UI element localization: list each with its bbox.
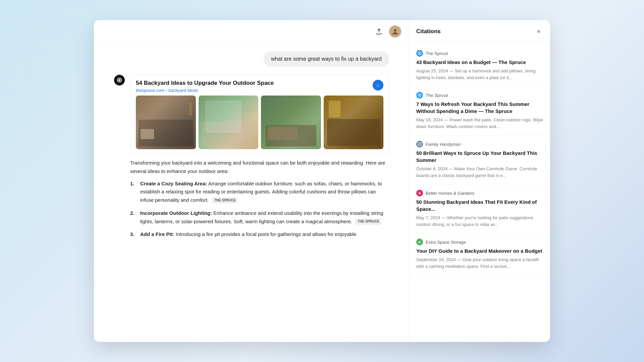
- app-window: what are some great ways to fix up a bac…: [94, 20, 550, 342]
- list-label-3: Add a Fire Pit:: [140, 231, 174, 237]
- response-list: 1. Create a Cozy Seating Area: Arrange c…: [130, 180, 389, 239]
- source-name-2: The Spruce: [426, 93, 448, 98]
- svg-point-0: [394, 29, 396, 32]
- citation-snippet-1: August 25, 2024 — Set up a hammock and a…: [416, 68, 543, 81]
- spruce-icon-2: [418, 93, 422, 97]
- bookmark-button[interactable]: ⌂: [373, 80, 383, 90]
- ai-icon: [114, 75, 125, 85]
- spruce-icon-1: [418, 51, 422, 55]
- user-bubble: what are some great ways to fix up a bac…: [264, 51, 389, 67]
- main-panel: what are some great ways to fix up a bac…: [94, 20, 409, 342]
- result-image-2: [199, 96, 259, 149]
- close-citations-button[interactable]: ×: [534, 27, 543, 36]
- citation-snippet-3: October 6, 2024 — Make Your Own Cornhole…: [416, 166, 543, 179]
- source-name-4: Better Homes & Gardens: [426, 191, 474, 196]
- avatar-icon: [391, 28, 399, 35]
- source-name-3: Family Handyman: [426, 142, 461, 147]
- source-name-5: Extra Space Storage: [426, 240, 466, 245]
- source-icon-2: [416, 92, 423, 99]
- source-icon-1: [416, 50, 423, 57]
- user-message-text: what are some great ways to fix up a bac…: [271, 56, 382, 62]
- breadcrumb-section[interactable]: backyard ideas: [169, 88, 198, 93]
- citation-snippet-4: May 7, 2024 — Whether you're looking for…: [416, 215, 543, 228]
- result-card: 54 Backyard Ideas to Upgrade Your Outdoo…: [130, 75, 389, 154]
- citation-source-2: The Spruce: [416, 92, 543, 99]
- list-number-1: 1.: [130, 180, 138, 188]
- upload-button[interactable]: [373, 25, 385, 38]
- result-card-breadcrumb: thespruce.com › backyard ideas: [136, 88, 274, 93]
- citation-item-1[interactable]: The Spruce 43 Backyard Ideas on a Budget…: [410, 45, 550, 86]
- bookmark-icon: ⌂: [377, 82, 379, 88]
- list-item-3: 3. Add a Fire Pit: Introducing a fire pi…: [130, 230, 389, 239]
- result-images: [130, 96, 389, 153]
- svg-point-2: [419, 53, 420, 54]
- ai-response: 54 Backyard Ideas to Upgrade Your Outdoo…: [114, 75, 389, 243]
- list-label-1: Create a Cozy Seating Area:: [140, 181, 207, 186]
- citations-title: Citations: [416, 28, 441, 35]
- breadcrumb-site[interactable]: thespruce.com: [136, 88, 164, 93]
- citation-badge-2[interactable]: THE SPRUCE: [356, 219, 381, 225]
- citation-source-1: The Spruce: [416, 50, 543, 57]
- response-intro: Transforming your backyard into a welcom…: [130, 159, 389, 180]
- citation-title-2: 7 Ways to Refresh Your Backyard This Sum…: [416, 101, 543, 115]
- chat-content: what are some great ways to fix up a bac…: [94, 43, 409, 342]
- source-icon-5: ES: [416, 239, 423, 245]
- source-icon-3: [416, 141, 423, 147]
- citations-header: Citations ×: [410, 20, 550, 42]
- citation-item-4[interactable]: B Better Homes & Gardens 50 Stunning Bac…: [410, 184, 550, 233]
- list-body-2: Incorporate Outdoor Lighting: Enhance am…: [140, 209, 389, 226]
- citation-title-5: Your DIY Guide to a Backyard Makeover on…: [416, 247, 543, 254]
- citation-source-4: B Better Homes & Gardens: [416, 190, 543, 196]
- list-body-1: Create a Cozy Seating Area: Arrange comf…: [140, 180, 389, 204]
- citation-badge-1[interactable]: THE SPRUCE: [212, 197, 237, 204]
- source-name-1: The Spruce: [426, 51, 448, 56]
- citation-snippet-5: September 24, 2024 — Give your outdoor l…: [416, 256, 543, 269]
- citation-item-5[interactable]: ES Extra Space Storage Your DIY Guide to…: [410, 233, 550, 275]
- breadcrumb-separator: ›: [166, 88, 167, 93]
- svg-text:ES: ES: [418, 241, 421, 243]
- source-icon-4: B: [416, 190, 423, 196]
- main-header: [94, 20, 409, 43]
- result-card-header: 54 Backyard Ideas to Upgrade Your Outdoo…: [130, 75, 389, 96]
- upload-icon: [376, 28, 382, 35]
- citation-title-1: 43 Backyard Ideas on a Budget — The Spru…: [416, 59, 543, 66]
- family-icon: [418, 142, 422, 146]
- list-label-2: Incorporate Outdoor Lighting:: [140, 210, 212, 216]
- bhg-icon: B: [418, 191, 422, 195]
- extra-icon: ES: [418, 240, 422, 244]
- list-body-3: Add a Fire Pit: Introducing a fire pit p…: [140, 230, 357, 239]
- result-image-3: [261, 96, 321, 149]
- list-number-2: 2.: [130, 209, 138, 218]
- close-icon: ×: [537, 28, 541, 35]
- user-message: what are some great ways to fix up a bac…: [114, 51, 389, 67]
- svg-text:B: B: [419, 192, 420, 194]
- list-item-1: 1. Create a Cozy Seating Area: Arrange c…: [130, 180, 389, 204]
- citation-source-5: ES Extra Space Storage: [416, 239, 543, 245]
- list-number-3: 3.: [130, 230, 138, 239]
- result-card-title: 54 Backyard Ideas to Upgrade Your Outdoo…: [136, 80, 274, 86]
- citations-list: The Spruce 43 Backyard Ideas on a Budget…: [410, 42, 550, 342]
- avatar[interactable]: [389, 25, 401, 38]
- citation-item-3[interactable]: Family Handyman 50 Brilliant Ways to Spr…: [410, 135, 550, 184]
- citation-item-2[interactable]: The Spruce 7 Ways to Refresh Your Backya…: [410, 86, 550, 135]
- citation-title-4: 50 Stunning Backyard Ideas That Fit Ever…: [416, 198, 543, 213]
- list-text-3: Introducing a fire pit provides a focal …: [176, 231, 357, 237]
- citation-source-3: Family Handyman: [416, 141, 543, 147]
- openai-icon: [117, 77, 122, 83]
- svg-point-4: [419, 95, 420, 96]
- list-item-2: 2. Incorporate Outdoor Lighting: Enhance…: [130, 209, 389, 226]
- citations-panel: Citations × The Spruce 43 Backyard Idea: [409, 20, 550, 342]
- citation-title-3: 50 Brilliant Ways to Spruce Up Your Back…: [416, 149, 543, 164]
- result-image-4: [324, 96, 384, 149]
- result-image-1: [136, 96, 196, 149]
- ai-content: 54 Backyard Ideas to Upgrade Your Outdoo…: [130, 75, 389, 243]
- citation-snippet-2: May 18, 2024 — Power wash the patio. Cle…: [416, 117, 543, 130]
